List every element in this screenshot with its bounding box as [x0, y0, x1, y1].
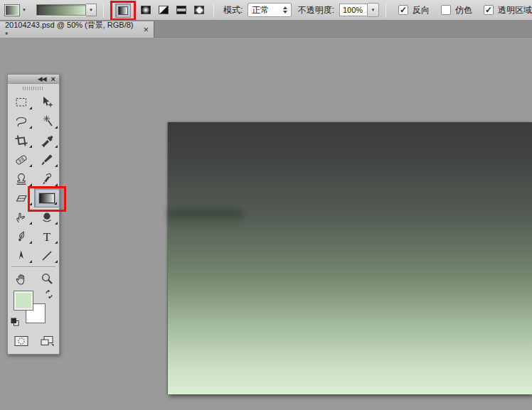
magic-wand-tool[interactable] [34, 112, 60, 131]
option-checkboxes: ✓ 反向 仿色 ✓ 透明区域 [398, 4, 532, 16]
canvas-artifact-smudge [172, 220, 236, 226]
mode-label: 模式: [223, 4, 243, 16]
linear-gradient-icon [118, 6, 128, 15]
document-tab-bar: 20104243.psd @ 50% (背景, RGB/8) * × [0, 21, 532, 38]
transparency-checkbox[interactable]: ✓ [484, 5, 494, 15]
highlight-box-gradient-type [110, 1, 136, 21]
pen-tool[interactable] [9, 227, 34, 246]
chevron-down-icon: ▼ [369, 6, 378, 14]
smudge-finger-icon [14, 210, 28, 225]
blend-mode-select[interactable]: 正常 [248, 3, 291, 17]
separator [385, 2, 386, 18]
chevron-down-icon[interactable]: ▼ [20, 6, 28, 14]
gradient-picker-dropdown-button[interactable]: ▼ [86, 4, 97, 16]
type-icon: T [40, 230, 54, 244]
diamond-gradient-icon [194, 6, 204, 14]
stepper-icon [283, 6, 287, 14]
reverse-checkbox-row[interactable]: ✓ 反向 [398, 4, 430, 16]
default-colors-icon [11, 318, 19, 326]
tool-grid-nav [8, 269, 59, 288]
document-canvas[interactable] [168, 122, 532, 394]
dither-checkbox-row[interactable]: 仿色 [441, 4, 472, 16]
tools-palette: ◀◀ × [7, 74, 60, 355]
separator [103, 2, 104, 18]
angle-gradient-button[interactable] [156, 3, 171, 17]
opacity-control: 100% ▼ [339, 3, 379, 17]
magnifier-icon [40, 272, 54, 286]
opacity-dropdown-button[interactable]: ▼ [368, 3, 379, 17]
document-tab[interactable]: 20104243.psd @ 50% (背景, RGB/8) * × [0, 21, 154, 38]
rectangular-marquee-tool[interactable] [9, 92, 34, 112]
canvas-artifact-smudge [168, 209, 243, 219]
reverse-checkbox[interactable]: ✓ [398, 5, 408, 15]
screen-mode-button[interactable] [34, 331, 60, 350]
burn-tool[interactable] [34, 207, 60, 227]
reflected-gradient-icon [176, 6, 186, 14]
eraser-tool[interactable] [9, 188, 34, 207]
collapse-icon[interactable]: ◀◀ [38, 75, 46, 82]
divider [11, 266, 55, 268]
move-tool[interactable] [34, 92, 60, 112]
foreground-color-swatch[interactable] [14, 291, 33, 311]
lasso-tool[interactable] [9, 112, 34, 131]
swap-arrows-icon [44, 289, 54, 299]
opacity-input[interactable]: 100% [339, 4, 368, 16]
radial-gradient-button[interactable] [138, 3, 154, 17]
color-swatches [8, 288, 59, 330]
stamp-icon [14, 172, 28, 186]
swap-colors-button[interactable] [44, 289, 54, 302]
crop-icon [14, 134, 28, 148]
dither-checkbox[interactable] [441, 5, 451, 15]
marquee-icon [14, 95, 28, 109]
hand-icon [14, 272, 28, 286]
transparency-checkbox-row[interactable]: ✓ 透明区域 [484, 4, 532, 16]
smudge-tool[interactable] [9, 207, 34, 227]
move-icon [40, 95, 54, 109]
history-brush-tool[interactable] [34, 169, 60, 188]
gradient-tool-icon [39, 193, 55, 203]
gradient-tool-preset-icon [4, 4, 20, 16]
hand-tool[interactable] [9, 269, 34, 288]
reflected-gradient-button[interactable] [174, 3, 189, 17]
bandage-icon [14, 153, 28, 167]
eyedropper-tool[interactable] [34, 131, 60, 150]
radial-gradient-icon [141, 6, 151, 14]
gradient-type-buttons [110, 0, 207, 21]
eraser-icon [14, 191, 28, 205]
path-selection-tool[interactable] [9, 246, 34, 265]
document-tab-title: 20104243.psd @ 50% (背景, RGB/8) * [5, 21, 137, 38]
angle-gradient-icon [159, 6, 169, 14]
mode-buttons [8, 330, 59, 354]
selection-arrow-icon [14, 249, 28, 263]
default-colors-button[interactable] [11, 316, 19, 329]
tool-preset-picker[interactable]: ▼ [4, 4, 28, 16]
gradient-options-bar: ▼ ▼ 模式: 正常 不透明度: 100% [0, 0, 532, 21]
separator [213, 2, 214, 18]
opacity-label: 不透明度: [298, 4, 334, 16]
chevron-down-icon: ▼ [87, 6, 95, 14]
tools-palette-titlebar[interactable]: ◀◀ × [8, 75, 59, 84]
zoom-tool[interactable] [34, 269, 60, 288]
gradient-preview[interactable] [36, 4, 86, 16]
crop-tool[interactable] [9, 131, 34, 150]
close-icon[interactable]: × [51, 75, 55, 82]
gradient-tool[interactable] [34, 188, 60, 207]
linear-gradient-button[interactable] [115, 4, 131, 18]
eyedropper-icon [40, 134, 54, 148]
clone-stamp-tool[interactable] [9, 169, 34, 188]
transparency-label: 透明区域 [498, 4, 532, 16]
reverse-label: 反向 [413, 4, 430, 16]
close-icon[interactable]: × [143, 26, 149, 33]
magic-wand-icon [40, 114, 54, 129]
palette-grip-handle[interactable] [8, 84, 59, 92]
diamond-gradient-button[interactable] [191, 3, 207, 17]
type-tool[interactable]: T [34, 227, 60, 246]
lasso-icon [14, 114, 28, 129]
healing-brush-tool[interactable] [9, 150, 34, 169]
gradient-picker[interactable]: ▼ [36, 4, 97, 16]
line-tool[interactable] [34, 246, 60, 265]
svg-text:T: T [43, 230, 51, 243]
quick-mask-button[interactable] [9, 331, 34, 350]
brush-tool[interactable] [34, 150, 60, 169]
screen-mode-icon [39, 335, 55, 347]
